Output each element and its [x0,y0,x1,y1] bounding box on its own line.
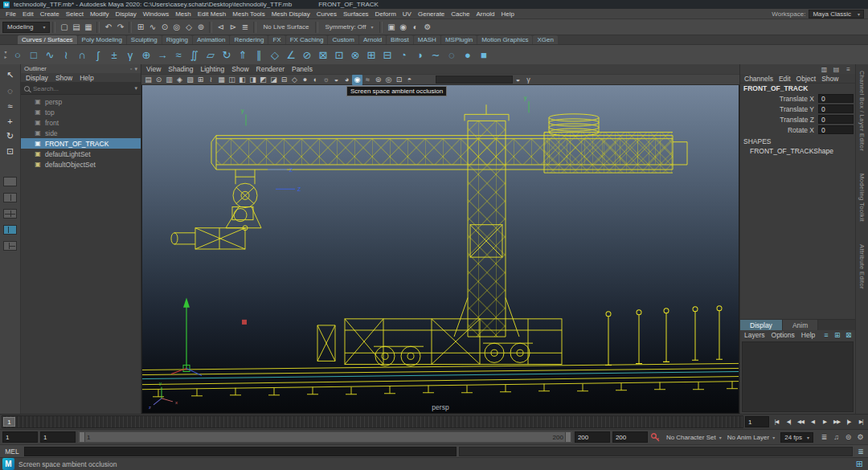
channel-box-menu-item[interactable]: Object [796,75,817,83]
grid-icon[interactable]: ⊞ [856,459,866,469]
anim-prefs-icon[interactable]: ⚙ [855,433,866,441]
depth-of-field-icon[interactable]: ◎ [383,75,394,85]
move-gizmo[interactable] [171,298,202,376]
rotate-tool-icon[interactable]: ↻ [2,129,18,144]
camera-attributes-icon[interactable]: ▥ [164,75,174,85]
snap-view-plane-icon[interactable]: ◇ [182,21,194,33]
layer-editor-tab[interactable]: Anim [783,320,818,330]
snap-curve-icon[interactable]: ∿ [146,21,158,33]
menu-item[interactable]: Deform [372,10,399,18]
exposure-slider-icon[interactable]: ◒ [513,75,523,85]
time-slider[interactable]: 1 [2,415,743,428]
rebuild-curve-icon[interactable]: ◑ [411,47,428,63]
step-forward-key-button[interactable]: ▶▶ [831,416,842,428]
boundary-icon[interactable]: ◇ [267,47,283,63]
scale-tool-icon[interactable]: ⊡ [2,144,18,159]
panel-detach-icon[interactable]: ▫ [130,66,132,72]
channel-box-menu-item[interactable]: Show [821,75,838,83]
nurbs-circle-icon[interactable]: ○ [10,47,26,63]
playback-start-field[interactable]: 1 [40,431,76,443]
panel-menu-icon[interactable]: ▾ [134,66,137,72]
go-to-end-button[interactable]: ▶| [855,416,866,428]
curve-fillet-icon[interactable]: γ [122,47,138,63]
intersect-surfaces-icon[interactable]: ⊗ [347,47,363,63]
bookmarks-icon[interactable]: ◈ [174,75,185,85]
outliner-item[interactable]: ▣ FRONT_OF_TRACK [21,138,141,149]
extrude-icon[interactable]: ⇑ [235,47,251,63]
symmetry-selector[interactable]: Symmetry: Off ▾ [321,22,377,33]
layer-menu-item[interactable]: Help [801,331,815,339]
shelf-tab[interactable]: Custom [328,35,358,44]
shelf-tab[interactable]: Motion Graphics [477,35,532,44]
bezier-curve-icon[interactable]: ʃ [90,47,106,63]
menu-item[interactable]: File [2,10,19,18]
open-scene-icon[interactable]: ▤ [70,21,82,33]
ep-curve-icon[interactable]: ∿ [42,47,58,63]
menu-item[interactable]: Help [498,10,518,18]
current-frame-marker[interactable]: 1 [3,417,15,427]
character-set-selector[interactable]: No Character Set ▾ [666,434,722,441]
ssao-icon[interactable]: ◉ [352,75,362,85]
move-tool-icon[interactable]: + [2,113,18,129]
untrim-icon[interactable]: ⊡ [331,47,347,63]
viewport-menu-item[interactable]: Show [231,65,248,73]
viewport-filter-field[interactable] [436,76,513,84]
current-time-field[interactable]: 1 [745,416,769,427]
smooth-curve-icon[interactable]: ∼ [428,47,444,63]
arc-curve-icon[interactable]: ∩ [74,47,90,63]
smooth-shade-icon[interactable]: ● [300,75,310,85]
surface-cube-icon[interactable]: ■ [476,47,492,63]
outliner-menu-item[interactable]: Help [80,74,93,82]
snap-point-icon[interactable]: ⊙ [158,21,170,33]
layout-three-pane-button[interactable] [3,241,17,251]
menu-item[interactable]: Mesh Tools [229,10,268,18]
menu-set-selector[interactable]: Modeling ▾ [2,22,50,33]
workspace-selector[interactable]: Maya Classic ▾ [809,10,864,18]
layout-outliner-persp-button[interactable] [3,225,17,235]
viewport-menu-item[interactable]: Panels [292,65,313,73]
select-camera-icon[interactable]: ▤ [143,75,154,85]
redo-icon[interactable]: ↷ [114,21,126,33]
snap-grid-icon[interactable]: ⊞ [134,21,146,33]
nurbs-square-icon[interactable]: □ [26,47,42,63]
2d-pan-zoom-icon[interactable]: ⊞ [195,75,206,85]
menu-item[interactable]: Mesh [172,10,194,18]
layout-single-button[interactable] [3,177,17,186]
layout-two-pane-button[interactable] [3,193,17,202]
menu-item[interactable]: Arnold [473,10,497,18]
render-settings-icon[interactable]: ⚙ [421,21,433,33]
layer-editor-tab[interactable]: Display [740,320,783,330]
select-tool-icon[interactable]: ↖ [2,67,18,83]
outliner-item[interactable]: ▣ front [21,117,141,128]
wireframe-icon[interactable]: ◇ [289,75,300,85]
channel-box-object-name[interactable]: FRONT_OF_TRACK [740,84,855,93]
shelf-tab[interactable]: Arnold [359,35,386,44]
animation-end-field[interactable]: 200 [612,431,648,443]
shelf-tab[interactable]: Poly Modeling [78,35,126,44]
viewport-canvas[interactable]: Screen space ambient occlusion [141,85,739,414]
grid-toggle-icon[interactable]: ▦ [216,75,227,85]
channel-box-menu-item[interactable]: Edit [779,75,791,83]
command-results-field[interactable] [459,447,853,456]
motion-blur-icon[interactable]: ≈ [362,75,373,85]
shelf-tab[interactable]: MASH [414,35,440,44]
exposure-icon[interactable]: ◓ [404,75,415,85]
play-forwards-button[interactable]: ▶ [819,416,830,428]
safe-title-icon[interactable]: ⊟ [279,75,289,85]
render-view-icon[interactable]: ▣ [385,21,397,33]
menu-item[interactable]: Modify [87,10,113,18]
viewport-menu-item[interactable]: Lighting [200,65,224,73]
outliner-menu-item[interactable]: Show [55,74,72,82]
menu-item[interactable]: UV [399,10,415,18]
gate-mask-icon[interactable]: ◨ [248,75,258,85]
layer-list[interactable] [742,341,854,412]
outliner-item[interactable]: ▣ top [21,107,141,117]
grease-pencil-icon[interactable]: ≀ [206,75,216,85]
surface-sphere-icon[interactable]: ● [460,47,476,63]
channel-value-field[interactable]: 0 [818,125,854,134]
shelf-tab[interactable]: Animation [193,35,230,44]
viewport-menu-item[interactable]: Shading [168,65,193,73]
save-scene-icon[interactable]: ▦ [82,21,94,33]
channel-value-field[interactable]: 0 [818,115,854,124]
menu-item[interactable]: Create [37,10,63,18]
